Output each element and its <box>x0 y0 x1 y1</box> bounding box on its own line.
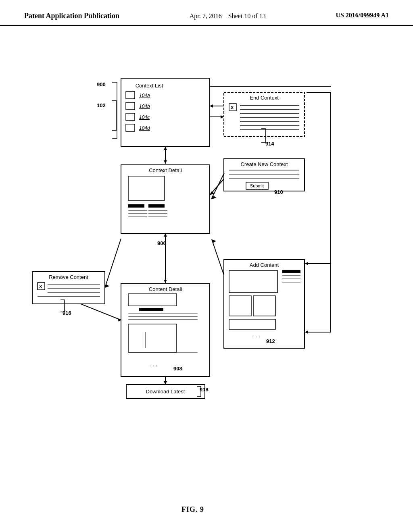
svg-marker-77 <box>164 147 167 150</box>
label-908: 908 <box>173 366 182 372</box>
svg-line-87 <box>105 239 121 288</box>
svg-line-85 <box>212 239 224 275</box>
svg-text:104a: 104a <box>139 93 150 98</box>
svg-line-80 <box>211 173 224 199</box>
svg-rect-66 <box>253 296 275 316</box>
svg-text:X: X <box>231 105 234 110</box>
svg-text:104b: 104b <box>139 104 150 109</box>
svg-text:104d: 104d <box>139 125 150 131</box>
svg-text:Add Content: Add Content <box>250 262 279 268</box>
svg-rect-60 <box>282 270 300 273</box>
svg-text:Context Detail: Context Detail <box>149 167 182 173</box>
diagram-area: Context List 104a 104b 104c 104d End Con… <box>0 26 413 509</box>
svg-text:Context List: Context List <box>136 83 163 89</box>
svg-marker-90 <box>118 318 121 322</box>
svg-text:104c: 104c <box>139 114 150 120</box>
svg-marker-74 <box>221 115 224 118</box>
svg-rect-23 <box>128 176 165 200</box>
header-center: Apr. 7, 2016 Sheet 10 of 13 <box>190 11 266 21</box>
svg-text:End Context: End Context <box>250 95 279 101</box>
svg-text:Submit: Submit <box>250 183 264 188</box>
svg-line-89 <box>81 304 121 320</box>
svg-text:Remove Content: Remove Content <box>49 274 88 280</box>
label-102: 102 <box>97 102 106 108</box>
svg-text:Content Detail: Content Detail <box>149 286 182 292</box>
svg-rect-0 <box>121 78 210 147</box>
svg-marker-92 <box>164 381 167 384</box>
svg-rect-50 <box>139 308 163 311</box>
svg-text:X: X <box>39 284 42 289</box>
svg-rect-25 <box>148 204 165 208</box>
label-900: 900 <box>97 81 106 87</box>
svg-marker-83 <box>164 233 167 237</box>
publication-title: Patent Application Publication <box>24 11 119 21</box>
svg-text:. . .: . . . <box>252 332 260 339</box>
svg-rect-8 <box>126 124 135 131</box>
svg-marker-101 <box>305 262 308 265</box>
svg-marker-72 <box>210 104 213 108</box>
label-910: 910 <box>274 189 283 195</box>
svg-marker-84 <box>164 280 167 283</box>
svg-rect-64 <box>229 270 277 293</box>
sheet-info: Sheet 10 of 13 <box>228 12 266 19</box>
svg-rect-49 <box>128 294 177 306</box>
diagram-svg: Context List 104a 104b 104c 104d End Con… <box>0 26 413 509</box>
svg-rect-24 <box>128 204 144 208</box>
label-912: 912 <box>266 338 275 344</box>
svg-text:. . .: . . . <box>149 361 157 368</box>
svg-text:Create New Context: Create New Context <box>240 161 288 167</box>
svg-text:Download Latest: Download Latest <box>146 389 185 395</box>
label-916: 916 <box>63 310 71 316</box>
page-header: Patent Application Publication Apr. 7, 2… <box>0 0 413 26</box>
svg-marker-96 <box>305 330 308 334</box>
publication-date: Apr. 7, 2016 <box>190 12 222 19</box>
label-918: 918 <box>200 387 209 393</box>
patent-number: US 2016/099949 A1 <box>336 11 389 20</box>
svg-rect-67 <box>229 319 275 329</box>
label-906: 906 <box>157 240 166 246</box>
svg-rect-6 <box>126 113 135 121</box>
figure-caption: FIG. 9 <box>181 505 204 514</box>
svg-rect-65 <box>229 296 251 316</box>
svg-rect-4 <box>126 102 135 110</box>
svg-rect-54 <box>128 324 177 352</box>
svg-rect-2 <box>126 91 135 99</box>
svg-marker-76 <box>164 160 167 164</box>
label-914: 914 <box>265 141 274 147</box>
